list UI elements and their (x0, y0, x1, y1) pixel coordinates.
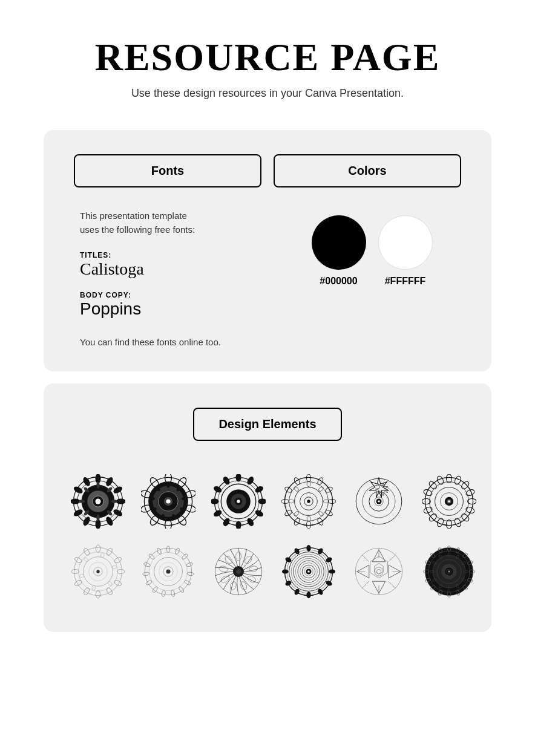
svg-point-143 (74, 556, 83, 564)
svg-point-217 (376, 570, 381, 574)
svg-point-117 (460, 513, 470, 523)
section-content: This presentation template uses the foll… (74, 209, 461, 347)
svg-point-137 (113, 579, 122, 587)
svg-point-59 (246, 476, 255, 486)
svg-point-142 (71, 570, 79, 574)
fonts-footer: You can find these fonts online too. (80, 337, 258, 347)
svg-point-200 (329, 570, 335, 574)
svg-point-139 (96, 591, 100, 599)
colors-panel: #000000 #FFFFFF (283, 209, 461, 347)
svg-point-161 (187, 572, 194, 576)
svg-point-169 (143, 562, 151, 567)
svg-point-177 (243, 555, 253, 565)
svg-point-132 (96, 570, 99, 573)
titles-label: TITLES: (80, 251, 258, 259)
svg-point-170 (148, 553, 156, 560)
page-title: RESOURCE PAGE (12, 36, 523, 79)
fonts-panel: This presentation template uses the foll… (74, 209, 258, 347)
svg-point-69 (222, 476, 231, 486)
svg-point-121 (428, 513, 438, 523)
svg-point-66 (212, 509, 223, 518)
svg-point-233 (448, 571, 450, 573)
page-subtitle: Use these design resources in your Canva… (12, 87, 523, 100)
de-header: Design Elements (68, 408, 467, 441)
mandala-12 (419, 541, 479, 602)
color-hex-white: #FFFFFF (385, 276, 426, 287)
mandala-10 (278, 541, 339, 602)
svg-point-125 (428, 480, 438, 490)
fonts-description: This presentation template uses the foll… (80, 209, 258, 236)
svg-point-110 (448, 501, 450, 503)
swatch-black (312, 215, 366, 270)
svg-point-5 (96, 499, 101, 504)
svg-point-60 (254, 485, 264, 494)
svg-point-156 (166, 570, 170, 574)
color-item-white: #FFFFFF (378, 215, 433, 287)
mandala-8 (138, 541, 199, 602)
svg-line-223 (389, 555, 396, 562)
colors-tab[interactable]: Colors (274, 154, 461, 187)
svg-point-196 (307, 571, 310, 573)
swatch-white (378, 215, 433, 270)
body-label: BODY COPY: (80, 291, 258, 299)
fonts-tab[interactable]: Fonts (74, 154, 261, 187)
mandala-11 (349, 541, 409, 602)
svg-point-182 (220, 575, 231, 584)
svg-point-68 (212, 485, 223, 494)
svg-point-140 (83, 587, 91, 596)
mandala-7 (68, 541, 128, 602)
color-swatches: #000000 #FFFFFF (312, 215, 433, 287)
mandala-grid (68, 471, 467, 602)
svg-point-76 (306, 474, 310, 482)
section-tabs: Fonts Colors (74, 154, 461, 187)
svg-line-222 (362, 555, 369, 562)
design-elements-card: Design Elements (44, 383, 491, 632)
svg-point-141 (74, 579, 83, 587)
svg-point-24 (79, 500, 85, 503)
mandala-6 (419, 471, 479, 532)
svg-point-65 (222, 517, 231, 527)
body-font-name: Poppins (80, 299, 258, 319)
fonts-colors-card: Fonts Colors This presentation template … (44, 130, 491, 371)
color-hex-black: #000000 (320, 276, 357, 287)
svg-point-133 (96, 545, 100, 553)
svg-point-63 (246, 517, 255, 527)
svg-point-136 (117, 570, 125, 574)
svg-point-165 (162, 590, 166, 598)
svg-point-42 (166, 483, 169, 488)
svg-point-158 (174, 548, 180, 555)
mandala-2 (138, 471, 199, 532)
svg-point-135 (113, 556, 122, 564)
svg-point-206 (282, 570, 289, 574)
design-elements-tab[interactable]: Design Elements (193, 408, 341, 441)
svg-point-57 (237, 500, 240, 503)
svg-point-75 (307, 500, 310, 503)
svg-point-184 (224, 555, 234, 565)
page-header: RESOURCE PAGE Use these design resources… (0, 0, 535, 118)
svg-point-179 (246, 575, 257, 584)
svg-point-159 (182, 553, 189, 560)
svg-point-164 (171, 590, 176, 598)
color-item-black: #000000 (312, 215, 366, 287)
svg-point-113 (460, 480, 470, 490)
svg-marker-215 (375, 564, 383, 575)
svg-point-22 (96, 515, 99, 521)
svg-point-85 (281, 500, 289, 504)
svg-line-224 (362, 582, 369, 589)
mandala-4 (278, 471, 339, 532)
svg-point-183 (218, 565, 228, 572)
titles-font-entry: TITLES: Calistoga (80, 251, 258, 279)
svg-point-79 (328, 500, 336, 504)
svg-line-225 (389, 582, 396, 589)
svg-point-168 (143, 572, 149, 576)
mandala-9 (208, 541, 269, 602)
svg-point-157 (166, 546, 169, 553)
titles-font-name: Calistoga (80, 259, 258, 279)
svg-point-18 (96, 482, 99, 489)
mandala-5 (349, 471, 409, 532)
svg-point-62 (254, 509, 264, 518)
svg-point-203 (306, 592, 310, 599)
mandala-1 (68, 471, 128, 532)
svg-point-31 (166, 500, 170, 504)
svg-point-216 (375, 567, 383, 576)
